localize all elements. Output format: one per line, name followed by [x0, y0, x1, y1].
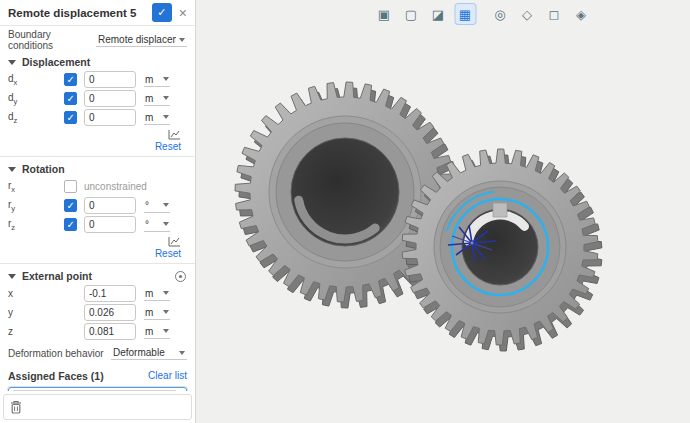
chevron-down-icon [163, 222, 169, 226]
rx-row: rx unconstrained [8, 178, 187, 195]
view-settings-icon[interactable]: ◈ [571, 4, 591, 24]
displacement-section-header[interactable]: Displacement [8, 53, 187, 71]
ry-input[interactable] [84, 197, 136, 214]
rotation-reset-link[interactable]: Reset [155, 248, 181, 259]
external-z-unit-select[interactable]: m [144, 325, 170, 339]
chevron-down-icon [163, 291, 169, 295]
dx-checkbox[interactable] [64, 73, 77, 86]
dz-row: dz m [8, 109, 187, 126]
dy-input[interactable] [84, 90, 136, 107]
close-icon[interactable]: × [179, 6, 187, 20]
pick-point-icon[interactable] [174, 270, 187, 283]
external-x-unit-select[interactable]: m [144, 287, 170, 301]
assigned-faces-row: Assigned Faces (1) Clear list [8, 367, 187, 384]
isometric-view-icon[interactable]: ◇ [517, 4, 537, 24]
chevron-down-icon [8, 274, 16, 279]
section-view-icon[interactable]: ◪ [428, 4, 448, 24]
dx-row: dx m [8, 71, 187, 88]
external-z-label: z [8, 326, 64, 337]
settings-panel: Remote displacement 5 ✓ × Boundary condi… [0, 0, 196, 423]
chevron-down-icon [163, 115, 169, 119]
dy-label: dy [8, 92, 64, 106]
external-x-label: x [8, 288, 64, 299]
rx-checkbox[interactable] [64, 180, 77, 193]
external-y-unit-select[interactable]: m [144, 306, 170, 320]
mesh-view-icon[interactable]: ▦ [455, 4, 475, 24]
rz-input[interactable] [84, 216, 136, 233]
dz-checkbox[interactable] [64, 111, 77, 124]
shaded-view-icon[interactable]: ▣ [374, 4, 394, 24]
boundary-conditions-label: Boundary conditions [8, 29, 96, 51]
dx-label: dx [8, 73, 64, 87]
displacement-reset-row: Reset [8, 128, 187, 152]
dy-unit-value: m [145, 93, 153, 104]
rx-label: rx [8, 180, 64, 194]
rz-checkbox[interactable] [64, 218, 77, 231]
dz-label: dz [8, 111, 64, 125]
boundary-conditions-row: Boundary conditions Remote displacemen [8, 30, 187, 50]
rotation-reset-row: Reset [8, 235, 187, 259]
rotation-section-header[interactable]: Rotation [8, 160, 187, 178]
dx-unit-select[interactable]: m [144, 73, 170, 87]
ry-row: ry ° [8, 197, 187, 214]
dz-input[interactable] [84, 109, 136, 126]
external-y-label: y [8, 307, 64, 318]
dy-row: dy m [8, 90, 187, 107]
assigned-faces-input[interactable]: face1003@EnsiÃ¶ kÃ¤ytettÃ¤vÃ¤ Z35 × [8, 387, 187, 391]
rz-unit-value: ° [145, 219, 149, 230]
face-chip: face1003@EnsiÃ¶ kÃ¤ytettÃ¤vÃ¤ Z35 × [12, 390, 177, 391]
rotation-chart-icon[interactable] [168, 236, 181, 247]
box-select-icon[interactable]: ◻ [544, 4, 564, 24]
chevron-down-icon [8, 60, 16, 65]
gears-3d-model[interactable] [196, 0, 689, 423]
chevron-down-icon [179, 38, 185, 42]
chevron-down-icon [163, 203, 169, 207]
ry-unit-select[interactable]: ° [144, 199, 170, 213]
deformation-select[interactable]: Deformable [111, 346, 187, 360]
displacement-chart-icon[interactable] [168, 129, 181, 140]
app: Remote displacement 5 ✓ × Boundary condi… [0, 0, 690, 423]
chevron-down-icon [163, 96, 169, 100]
chevron-down-icon [179, 351, 185, 355]
panel-header: Remote displacement 5 ✓ × [0, 0, 195, 26]
dz-unit-value: m [145, 112, 153, 123]
boundary-conditions-value: Remote displacemen [98, 34, 176, 45]
displacement-reset-link[interactable]: Reset [155, 141, 181, 152]
external-z-input[interactable] [84, 323, 136, 340]
chevron-down-icon [163, 77, 169, 81]
external-point-section-header[interactable]: External point [8, 267, 187, 285]
dx-input[interactable] [84, 71, 136, 88]
panel-title: Remote displacement 5 [8, 7, 152, 19]
chevron-down-icon [163, 329, 169, 333]
dy-checkbox[interactable] [64, 92, 77, 105]
rotation-section-label: Rotation [22, 163, 65, 175]
delete-icon[interactable] [10, 400, 22, 414]
ry-unit-value: ° [145, 200, 149, 211]
external-z-unit-value: m [145, 326, 153, 337]
viewport-3d[interactable]: ▣ ▢ ◪ ▦ ◎ ◇ ◻ ◈ [196, 0, 690, 423]
ry-checkbox[interactable] [64, 199, 77, 212]
rz-unit-select[interactable]: ° [144, 218, 170, 232]
divider [0, 156, 195, 157]
deformation-label: Deformation behavior [8, 348, 104, 359]
external-z-row: z m [8, 323, 187, 340]
boundary-conditions-select[interactable]: Remote displacemen [96, 33, 187, 47]
apply-button[interactable]: ✓ [152, 3, 172, 22]
chevron-down-icon [8, 167, 16, 172]
chevron-down-icon [163, 310, 169, 314]
viewport-toolbar: ▣ ▢ ◪ ▦ ◎ ◇ ◻ ◈ [374, 4, 591, 24]
dx-unit-value: m [145, 74, 153, 85]
external-y-row: y m [8, 304, 187, 321]
dz-unit-select[interactable]: m [144, 111, 170, 125]
focus-view-icon[interactable]: ◎ [490, 4, 510, 24]
wireframe-view-icon[interactable]: ▢ [401, 4, 421, 24]
rx-unconstrained-text: unconstrained [84, 181, 147, 192]
external-point-section-label: External point [22, 270, 92, 282]
external-x-input[interactable] [84, 285, 136, 302]
clear-list-link[interactable]: Clear list [148, 370, 187, 381]
rz-row: rz ° [8, 216, 187, 233]
external-y-input[interactable] [84, 304, 136, 321]
dy-unit-select[interactable]: m [144, 92, 170, 106]
panel-body: Boundary conditions Remote displacemen D… [0, 26, 195, 391]
external-x-row: x m [8, 285, 187, 302]
